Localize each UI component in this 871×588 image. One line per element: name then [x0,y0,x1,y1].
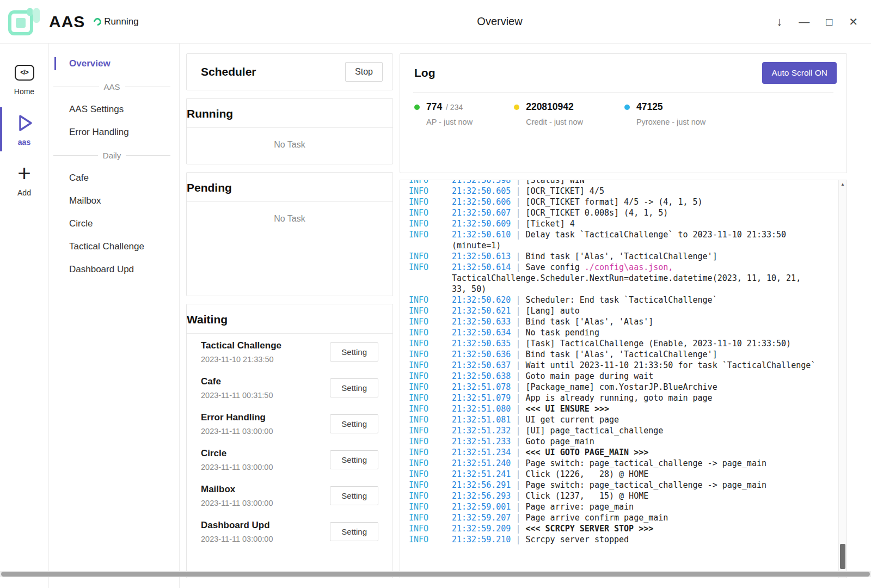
log-text: UI get current page [525,415,619,425]
log-message: 21:32:50.605 | [OCR_TICKET] 4/5 [452,186,820,197]
window-horizontal-scrollbar[interactable] [0,571,871,577]
menu-item-mailbox[interactable]: Mailbox [49,189,179,212]
waiting-title: Waiting [187,304,392,334]
waiting-task-row: Cafe2023-11-11 00:31:50Setting [187,370,392,406]
log-timestamp: 21:32:59.209 [452,524,511,534]
menu-item-tactical-challenge[interactable]: Tactical Challenge [49,235,179,258]
log-text: [OCR_TICKET] 4/5 [525,186,604,196]
setting-button[interactable]: Setting [330,378,378,397]
menu-item-aas-settings[interactable]: AAS Settings [49,98,179,121]
log-separator: | [511,360,525,370]
waiting-task-name: Circle [201,448,273,459]
log-level: INFO [409,447,452,458]
scheduler-title: Scheduler [201,65,256,78]
setting-button[interactable]: Setting [330,450,378,469]
log-level: INFO [409,295,452,305]
setting-button[interactable]: Setting [330,522,378,541]
scroll-up-icon[interactable]: ▲ [839,180,847,188]
log-text: Goto page_main [525,437,594,446]
setting-button[interactable]: Setting [330,486,378,505]
menu-item-overview[interactable]: Overview [49,52,179,75]
resource-stat: 774 / 234AP - just now [414,101,473,126]
log-line: INFO21:32:50.613 | Bind task ['Alas', 'T… [409,251,820,262]
auto-scroll-button[interactable]: Auto Scroll ON [762,62,837,84]
log-separator: | [511,426,525,436]
log-level: INFO [409,197,452,207]
log-separator: | [511,208,525,218]
menu-item-dashboard-upd[interactable]: Dashboard Upd [49,258,179,281]
log-message: 21:32:59.001 | Page arrive: page_main [452,501,820,512]
log-line: INFO21:32:51.078 | [Package_name] com.Yo… [409,382,820,393]
log-timestamp: 21:32:51.240 [452,458,511,468]
log-timestamp: 21:32:50.638 [452,371,511,381]
rail-item-add[interactable]: +Add [0,155,48,205]
log-text: Wait until 2023-11-10 21:33:50 for task … [525,360,815,370]
window-horizontal-scrollbar-thumb[interactable] [1,572,870,577]
log-timestamp: 21:32:51.080 [452,404,511,414]
setting-button[interactable]: Setting [330,342,378,362]
waiting-task-row: Mailbox2023-11-11 03:00:00Setting [187,477,392,513]
log-text: [Task] TacticalChallenge (Enable, 2023-1… [525,339,791,348]
log-level: INFO [409,338,452,349]
log-level: INFO [409,371,452,382]
stat-total: / 234 [444,103,463,112]
log-message: 21:32:50.621 | [Lang] auto [452,305,820,316]
log-level: INFO [409,501,452,512]
log-line: INFO21:32:51.079 | App is already runnin… [409,393,820,403]
log-separator: | [511,393,525,403]
app-name: AAS [49,13,85,31]
rail-item-aas[interactable]: aas [0,104,48,155]
log-separator: | [511,339,525,348]
log-text: Page arrive confirm page_main [525,513,668,523]
log-card: Log Auto Scroll ON 774 / 234AP - just no… [400,53,847,173]
log-line: INFO21:32:50.636 | Bind task ['Alas', 'T… [409,349,820,360]
log-message: 21:32:51.241 | Click (1226, 28) @ HOME [452,469,820,480]
log-line: INFO21:32:59.209 | <<< SCRCPY SERVER STO… [409,523,820,534]
waiting-task-info: Tactical Challenge2023-11-10 21:33:50 [201,340,281,364]
log-text: <<< UI GOTO PAGE_MAIN >>> [525,448,648,457]
menu-item-error-handling[interactable]: Error Handling [49,121,179,144]
stat-dot-icon [514,105,519,110]
close-icon[interactable]: ✕ [849,16,858,27]
log-separator: | [511,415,525,425]
scheduler-column: Scheduler Stop Running No Task Pending N… [186,53,393,578]
log-separator: | [511,230,525,240]
arrow-down-icon[interactable]: ↓ [776,16,782,28]
menu-item-cafe[interactable]: Cafe [49,167,179,189]
log-message: 21:32:50.620 | Scheduler: End task `Tact… [452,295,820,305]
log-message: 21:32:50.613 | Bind task ['Alas', 'Tacti… [452,251,820,262]
minimize-icon[interactable]: — [799,16,809,27]
log-level: INFO [409,436,452,447]
log-level: INFO [409,262,452,295]
log-scrollbar-thumb[interactable] [840,544,845,569]
plus-icon: + [17,165,31,182]
maximize-icon[interactable]: □ [826,16,832,27]
stat-top: 774 / 234 [414,101,473,113]
log-timestamp: 21:32:51.241 [452,469,511,479]
nav-rail: </>Homeaas+Add [0,44,49,588]
app-logo-svg [8,6,41,38]
log-message: 21:32:51.079 | App is already running, g… [452,393,820,403]
log-line: INFO21:32:51.234 | <<< UI GOTO PAGE_MAIN… [409,447,820,458]
log-message: 21:32:51.081 | UI get current page [452,414,820,425]
log-level: INFO [409,349,452,360]
stop-button[interactable]: Stop [345,62,383,82]
log-separator: | [511,502,525,512]
waiting-task-info: Cafe2023-11-11 00:31:50 [201,376,273,400]
log-line: INFO21:32:51.233 | Goto page_main [409,436,820,447]
rail-item-home[interactable]: </>Home [0,53,48,104]
log-line: INFO21:32:59.210 | Scrcpy server stopped [409,534,820,545]
menu-item-circle[interactable]: Circle [49,212,179,235]
log-line: INFO21:32:51.080 | <<< UI ENSURE >>> [409,403,820,414]
log-message: 21:32:51.240 | Page switch: page_tactica… [452,458,820,469]
menu-group-aas: AAS [49,75,179,98]
log-separator: | [511,404,525,414]
log-view[interactable]: INFO21:32:50.598 | [Status] WININFO21:32… [400,180,847,578]
log-line: INFO21:32:50.607 | [OCR_TICKET 0.008s] (… [409,207,820,218]
log-scrollbar[interactable]: ▲ ▼ [838,180,847,578]
waiting-card: Waiting Tactical Challenge2023-11-10 21:… [186,304,393,578]
log-lines: INFO21:32:50.598 | [Status] WININFO21:32… [400,180,847,567]
pending-empty-text: No Task [187,202,392,296]
scheduler-card: Scheduler Stop [186,53,393,90]
setting-button[interactable]: Setting [330,414,378,433]
